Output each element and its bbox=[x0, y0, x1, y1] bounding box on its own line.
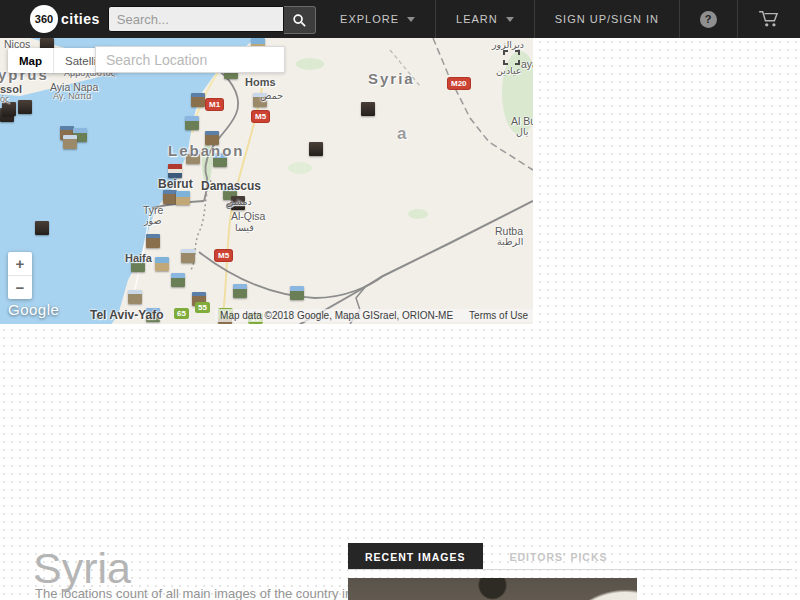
nav-learn-label: LEARN bbox=[456, 13, 498, 25]
map-badges: M1M5M5M2065551510 bbox=[0, 38, 533, 324]
nav-cart[interactable] bbox=[737, 0, 800, 38]
road-badge: 55 bbox=[195, 302, 210, 313]
logo-word: cities bbox=[61, 11, 100, 27]
nav-explore-label: EXPLORE bbox=[340, 13, 399, 25]
featured-panorama-thumbnail[interactable] bbox=[348, 578, 637, 600]
tabs-underline bbox=[348, 569, 792, 570]
map-type-map-button[interactable]: Map bbox=[8, 48, 53, 73]
nav-signup-signin[interactable]: SIGN UP/SIGN IN bbox=[534, 0, 679, 38]
road-badge: 65 bbox=[174, 308, 189, 319]
logo-circle: 360 bbox=[30, 5, 58, 33]
road-badge: M5 bbox=[215, 250, 232, 261]
zoom-out-button[interactable]: − bbox=[8, 275, 32, 299]
page: 360 cities EXPLORE LEARN SIGN UP/SIG bbox=[0, 0, 800, 600]
attribution-text: Map data ©2018 Google, Mapa GISrael, ORI… bbox=[220, 310, 453, 321]
map-attribution: Map data ©2018 Google, Mapa GISrael, ORI… bbox=[215, 309, 533, 322]
road-badge: M1 bbox=[206, 99, 223, 110]
page-description: The locations count of all main images o… bbox=[35, 586, 355, 600]
nav-learn[interactable]: LEARN bbox=[435, 0, 534, 38]
fullscreen-icon[interactable] bbox=[503, 50, 520, 69]
nav-signup-label: SIGN UP/SIGN IN bbox=[555, 13, 659, 25]
chevron-down-icon bbox=[506, 17, 514, 22]
nav-explore[interactable]: EXPLORE bbox=[320, 0, 435, 38]
cart-icon bbox=[758, 10, 780, 28]
map-widget[interactable]: NicosyprusΑμμόχωστοςAyia NapaΑγ. Νάπαsso… bbox=[0, 38, 533, 324]
nav-menu: EXPLORE LEARN SIGN UP/SIGN IN ? bbox=[320, 0, 800, 38]
road-badge: M5 bbox=[252, 111, 269, 122]
search-icon bbox=[292, 13, 307, 28]
google-logo[interactable]: Google bbox=[8, 301, 59, 318]
site-search bbox=[108, 6, 316, 32]
terms-of-use-link[interactable]: Terms of Use bbox=[469, 310, 528, 321]
logo-360cities[interactable]: 360 cities bbox=[30, 5, 100, 33]
road-badge: M20 bbox=[448, 78, 470, 89]
location-search bbox=[95, 46, 285, 73]
chevron-down-icon bbox=[407, 17, 415, 22]
search-input[interactable] bbox=[108, 6, 284, 32]
zoom-control: + − bbox=[8, 252, 32, 299]
help-icon: ? bbox=[700, 11, 717, 28]
location-search-input[interactable] bbox=[95, 46, 285, 73]
tab-recent-images[interactable]: RECENT IMAGES bbox=[348, 543, 483, 570]
nav-help[interactable]: ? bbox=[679, 0, 737, 38]
search-button[interactable] bbox=[284, 6, 316, 34]
navbar: 360 cities EXPLORE LEARN SIGN UP/SIG bbox=[0, 0, 800, 38]
image-tabs: RECENT IMAGES EDITORS' PICKS bbox=[348, 543, 625, 570]
tab-editors-picks[interactable]: EDITORS' PICKS bbox=[493, 543, 625, 570]
zoom-in-button[interactable]: + bbox=[8, 252, 32, 275]
